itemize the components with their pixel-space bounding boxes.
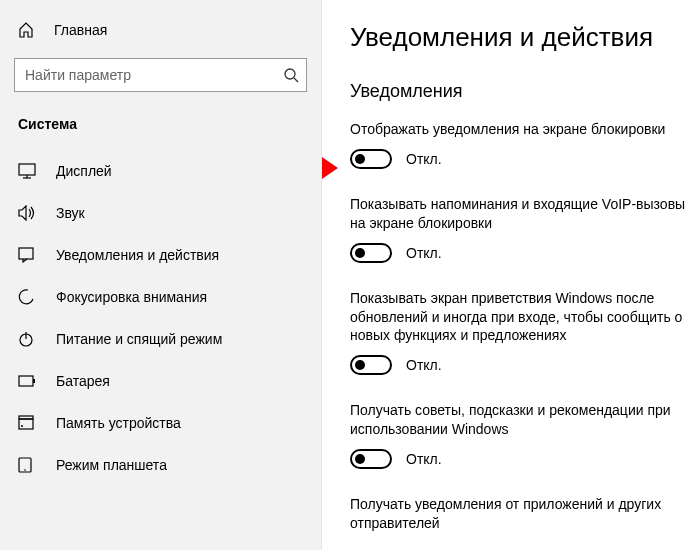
home-icon — [18, 22, 36, 38]
sidebar-item-storage[interactable]: Память устройства — [0, 402, 321, 444]
sidebar-item-label: Звук — [56, 205, 85, 221]
sidebar-item-label: Память устройства — [56, 415, 181, 431]
sidebar-item-battery[interactable]: Батарея — [0, 360, 321, 402]
power-icon — [18, 331, 36, 347]
setting-desc: Получать советы, подсказки и рекомендаци… — [350, 401, 690, 439]
sidebar-item-label: Батарея — [56, 373, 110, 389]
sidebar-home[interactable]: Главная — [0, 22, 321, 38]
svg-rect-10 — [19, 419, 33, 429]
sidebar-item-label: Уведомления и действия — [56, 247, 219, 263]
svg-rect-2 — [19, 164, 35, 175]
setting-app-notifications: Получать уведомления от приложений и дру… — [350, 495, 690, 533]
sidebar-item-display[interactable]: Дисплей — [0, 150, 321, 192]
search-icon — [283, 67, 299, 83]
main-content: Уведомления и действия Уведомления Отобр… — [322, 0, 700, 550]
toggle-switch[interactable] — [350, 355, 392, 375]
setting-desc: Отображать уведомления на экране блокиро… — [350, 120, 690, 139]
sidebar-item-power[interactable]: Питание и спящий режим — [0, 318, 321, 360]
arrow-callout-icon — [322, 150, 340, 186]
search-input[interactable] — [14, 58, 307, 92]
toggle-switch[interactable] — [350, 449, 392, 469]
sidebar-item-focus[interactable]: Фокусировка внимания — [0, 276, 321, 318]
svg-rect-5 — [19, 248, 33, 259]
settings-sidebar: Главная Система Дисплей Звук Уведомления… — [0, 0, 322, 550]
svg-rect-9 — [33, 379, 35, 383]
setting-desc: Показывать экран приветствия Windows пос… — [350, 289, 690, 346]
sidebar-item-label: Фокусировка внимания — [56, 289, 207, 305]
svg-point-12 — [21, 425, 23, 427]
sidebar-item-tablet[interactable]: Режим планшета — [0, 444, 321, 486]
page-title: Уведомления и действия — [350, 22, 690, 53]
section-title: Уведомления — [350, 81, 690, 102]
sidebar-item-label: Питание и спящий режим — [56, 331, 222, 347]
svg-point-14 — [24, 469, 26, 471]
sound-icon — [18, 205, 36, 221]
svg-marker-15 — [322, 150, 338, 186]
storage-icon — [18, 415, 36, 431]
battery-icon — [18, 375, 36, 387]
setting-desc: Получать уведомления от приложений и дру… — [350, 495, 690, 533]
setting-welcome-screen: Показывать экран приветствия Windows пос… — [350, 289, 690, 376]
toggle-switch[interactable] — [350, 243, 392, 263]
sidebar-item-label: Режим планшета — [56, 457, 167, 473]
setting-tips: Получать советы, подсказки и рекомендаци… — [350, 401, 690, 469]
tablet-icon — [18, 457, 36, 473]
svg-point-0 — [285, 69, 295, 79]
svg-rect-11 — [19, 416, 33, 419]
svg-line-1 — [294, 78, 298, 82]
sidebar-item-notifications[interactable]: Уведомления и действия — [0, 234, 321, 276]
setting-desc: Показывать напоминания и входящие VoIP-в… — [350, 195, 690, 233]
display-icon — [18, 163, 36, 179]
svg-rect-8 — [19, 376, 33, 386]
toggle-switch[interactable] — [350, 149, 392, 169]
setting-voip-reminders: Показывать напоминания и входящие VoIP-в… — [350, 195, 690, 263]
focus-icon — [18, 289, 36, 305]
category-label: Система — [0, 116, 321, 132]
setting-lockscreen-notifications: Отображать уведомления на экране блокиро… — [350, 120, 690, 169]
toggle-state-label: Откл. — [406, 245, 442, 261]
sidebar-item-label: Дисплей — [56, 163, 112, 179]
search-container — [14, 58, 307, 92]
sidebar-item-sound[interactable]: Звук — [0, 192, 321, 234]
home-label: Главная — [54, 22, 107, 38]
toggle-state-label: Откл. — [406, 151, 442, 167]
toggle-state-label: Откл. — [406, 451, 442, 467]
toggle-state-label: Откл. — [406, 357, 442, 373]
notifications-icon — [18, 247, 36, 263]
